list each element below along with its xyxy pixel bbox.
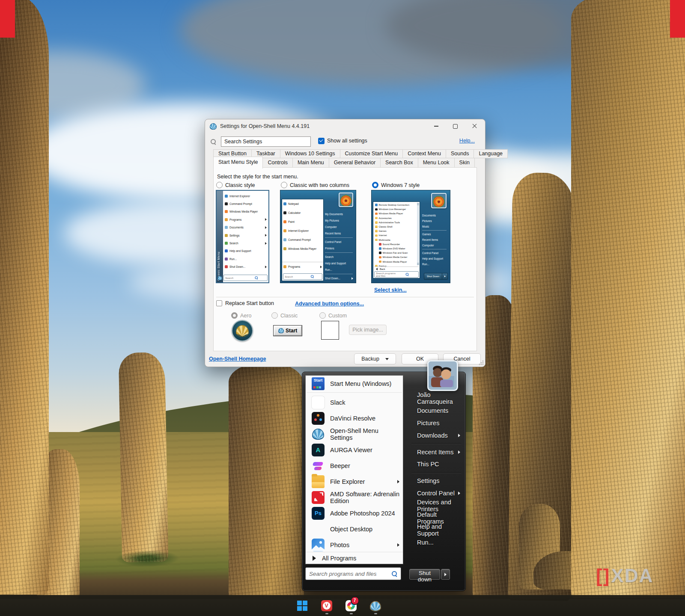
app-icon: V bbox=[321, 600, 332, 611]
running-indicator bbox=[325, 613, 328, 614]
preview-right-item: Help and Support bbox=[325, 260, 354, 267]
submenu-arrow-icon bbox=[397, 480, 399, 483]
submenu-arrow-icon bbox=[265, 226, 267, 229]
start-menu-item[interactable]: Beeper bbox=[306, 458, 403, 474]
preview-sidebar: Classic Start Menu bbox=[217, 191, 223, 282]
app-icon bbox=[312, 428, 325, 441]
tab[interactable]: Sounds bbox=[446, 149, 474, 158]
start-menu-right-item[interactable]: João Carrasqueira bbox=[406, 392, 463, 405]
start-menu-item[interactable]: Open-Shell Menu Settings bbox=[306, 426, 403, 442]
shutdown-button[interactable]: Shut down bbox=[409, 569, 440, 580]
backup-button[interactable]: Backup bbox=[354, 353, 396, 364]
submenu-arrow-icon bbox=[458, 434, 460, 437]
start-menu-item[interactable]: A AURGA Viewer bbox=[306, 442, 403, 458]
tab[interactable]: Menu Look bbox=[418, 158, 455, 168]
preview-right-item: Games bbox=[422, 231, 448, 237]
radio-icon bbox=[281, 182, 287, 188]
pick-image-button[interactable]: Pick image... bbox=[349, 325, 387, 335]
style-radio-option[interactable]: Classic style bbox=[216, 182, 255, 188]
start-menu-right-item[interactable]: This PC bbox=[406, 458, 463, 471]
open-shell-homepage-link[interactable]: Open-Shell Homepage bbox=[209, 356, 266, 362]
style-radio-option[interactable]: Windows 7 style bbox=[372, 182, 420, 188]
preview-right-item: Printers bbox=[325, 245, 354, 252]
tab[interactable]: Controls bbox=[262, 158, 293, 168]
help-link[interactable]: Help... bbox=[459, 138, 475, 144]
preview-item-icon bbox=[225, 210, 228, 213]
tab[interactable]: Customize Start Menu bbox=[340, 149, 403, 158]
xda-logo-text: XDA bbox=[611, 566, 653, 585]
tab[interactable]: Main Menu bbox=[292, 158, 329, 168]
start-menu-right-item[interactable]: Settings bbox=[406, 475, 463, 487]
start-menu-item[interactable]: Start Start Menu (Windows) bbox=[306, 376, 403, 391]
submenu-arrow-icon bbox=[265, 242, 267, 245]
start-menu-right-item[interactable]: Documents bbox=[406, 405, 463, 417]
taskbar-icon[interactable] bbox=[367, 596, 384, 615]
start-menu-search-box[interactable]: Search programs and files bbox=[305, 567, 401, 580]
start-menu-right-item[interactable]: Control Panel bbox=[406, 487, 463, 500]
taskbar-icon[interactable] bbox=[294, 596, 311, 615]
start-menu-item[interactable]: Object Desktop bbox=[306, 521, 403, 537]
taskbar-icon[interactable]: V bbox=[318, 596, 335, 615]
button-style-radio[interactable]: Aero bbox=[231, 312, 251, 319]
preview-shutdown-button: Shut Down bbox=[424, 273, 448, 280]
select-skin-link[interactable]: Select skin... bbox=[374, 287, 407, 293]
advanced-button-options-link[interactable]: Advanced button options... bbox=[295, 301, 364, 307]
notification-badge: 7 bbox=[351, 596, 359, 605]
button-style-radio[interactable]: Classic bbox=[271, 312, 298, 319]
tab[interactable]: Language bbox=[474, 149, 508, 158]
button-style-radio[interactable]: Custom bbox=[319, 312, 347, 319]
start-menu: Start Start Menu (Windows) Slack DaVinci… bbox=[302, 372, 466, 591]
app-icon bbox=[312, 459, 325, 472]
submenu-arrow-icon bbox=[397, 543, 399, 547]
tab[interactable]: Skin bbox=[454, 158, 475, 168]
start-menu-item[interactable]: File Explorer bbox=[306, 474, 403, 489]
replace-start-button-option[interactable]: Replace Start button bbox=[216, 300, 274, 306]
preview-right-item: Control Panel bbox=[422, 250, 448, 256]
close-button[interactable] bbox=[465, 119, 484, 133]
user-avatar[interactable] bbox=[427, 360, 458, 391]
search-settings-input[interactable]: Search Settings bbox=[221, 136, 311, 147]
show-all-settings-checkbox[interactable] bbox=[318, 138, 325, 144]
all-programs-item[interactable]: All Programs bbox=[306, 552, 403, 564]
start-menu-item[interactable]: Slack bbox=[306, 394, 403, 410]
tab[interactable]: Context Menu bbox=[402, 149, 446, 158]
minimize-button[interactable] bbox=[426, 119, 446, 133]
tab[interactable]: Search Box bbox=[380, 158, 418, 168]
preview-item-icon bbox=[225, 249, 228, 252]
preview-item-icon bbox=[225, 202, 228, 205]
submenu-arrow-icon bbox=[458, 450, 460, 454]
preview-menu-item: Shut Down... bbox=[223, 263, 268, 271]
dialog-title: Settings for Open-Shell Menu 4.4.191 bbox=[220, 123, 310, 129]
style-radio-option[interactable]: Classic with two columns bbox=[281, 182, 349, 188]
preview-menu-item: Help and Support bbox=[223, 247, 268, 255]
preview-right-item: Recent Items bbox=[325, 230, 354, 237]
tab[interactable]: Windows 10 Settings bbox=[280, 149, 340, 158]
user-avatar-photo bbox=[429, 361, 454, 387]
start-menu-item[interactable]: Ps Adobe Photoshop 2024 bbox=[306, 505, 403, 521]
taskbar-icon[interactable]: 7 bbox=[342, 596, 360, 615]
resize-grip[interactable] bbox=[479, 360, 484, 365]
tab[interactable]: General Behavior bbox=[329, 158, 381, 168]
dialog-search-row: Search Settings Show all settings Help..… bbox=[205, 136, 485, 148]
shutdown-options-button[interactable] bbox=[441, 569, 450, 580]
start-menu-item[interactable]: Photos bbox=[306, 537, 403, 553]
start-menu-right-item[interactable]: Help and Support bbox=[406, 524, 463, 536]
tab[interactable]: Start Menu Style bbox=[213, 157, 263, 169]
maximize-button[interactable] bbox=[446, 119, 465, 133]
start-menu-right-item[interactable]: Run... bbox=[406, 536, 463, 549]
preview-programs-item: Programs bbox=[282, 262, 323, 271]
start-menu-item[interactable]: AMD Software: Adrenalin Edition bbox=[306, 489, 403, 505]
red-corner-decor bbox=[0, 0, 15, 38]
start-menu-right-item[interactable]: Devices and Printers bbox=[406, 499, 463, 512]
start-menu-right-item[interactable]: Downloads bbox=[406, 429, 463, 441]
preview-menu-item: Notepad bbox=[282, 199, 323, 208]
dropdown-arrow-icon bbox=[385, 358, 389, 360]
start-menu-item[interactable]: DaVinci Resolve bbox=[306, 410, 403, 426]
preview-menu-item: Windows DVD Maker bbox=[374, 246, 417, 251]
preview-menu-item: Administrative Tools bbox=[374, 220, 417, 225]
start-menu-right-item[interactable]: Recent Items bbox=[406, 446, 463, 458]
start-menu-right-item[interactable]: Pictures bbox=[406, 417, 463, 429]
preview-menu-item: Remote Desktop Connection bbox=[374, 203, 417, 207]
classic-style-preview: Classic Start Menu Internet Explorer Com… bbox=[216, 190, 269, 283]
start-menu-right-item[interactable]: Default Programs bbox=[406, 512, 463, 524]
